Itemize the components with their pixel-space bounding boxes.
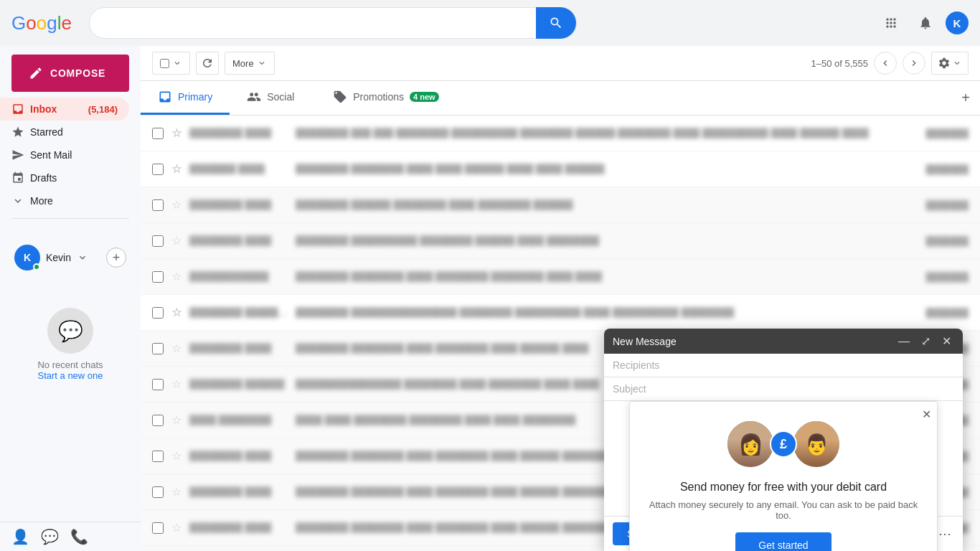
email-time: ███████ (925, 128, 969, 138)
sidebar-item-inbox[interactable]: Inbox (5,184) (0, 98, 129, 121)
email-checkbox[interactable] (152, 379, 164, 390)
sender-name: ████████ ██████ (189, 379, 290, 390)
sidebar-divider (11, 218, 129, 219)
sidebar-item-sent[interactable]: Sent Mail (0, 143, 129, 166)
select-all-checkbox[interactable] (160, 59, 169, 68)
star-button[interactable]: ☆ (169, 306, 184, 320)
expand-compose-button[interactable]: ⤢ (918, 334, 933, 348)
email-checkbox[interactable] (152, 235, 164, 247)
chat-placeholder: 💬 No recent chats Start a new one (0, 308, 141, 381)
sender-name: ████████ ████ (189, 522, 290, 533)
social-tab-label: Social (267, 91, 294, 103)
star-button[interactable]: ☆ (169, 485, 184, 499)
email-row[interactable]: ☆ ███████ ████ ████████ ████████ ████ ██… (141, 151, 980, 187)
email-row[interactable]: ☆ ████████ ████ ████████ ██████████ ████… (141, 223, 980, 259)
start-new-chat-link[interactable]: Start a new one (37, 370, 103, 381)
header: Google K (0, 0, 980, 46)
sender-name: ███████ ████ (189, 164, 290, 174)
user-row[interactable]: K Kevin + (11, 242, 129, 273)
email-preview: ████████ ███ ███ ████████ ██████████ ███… (296, 128, 920, 138)
close-money-popup-button[interactable]: ✕ (922, 408, 931, 421)
user-avatar-sidebar: K (14, 245, 40, 270)
compose-subject-field[interactable]: Subject (604, 377, 963, 401)
no-chats-text: No recent chats (37, 359, 103, 370)
money-transfer-popup: ✕ 👩 £ 👨 Send money for free with your de… (629, 401, 938, 551)
phone-icon[interactable]: 📞 (70, 528, 88, 545)
sidebar-item-drafts[interactable]: Drafts (0, 166, 129, 189)
tab-social[interactable]: Social (230, 81, 316, 115)
email-row[interactable]: ☆ ████████ ████ ████████ ██████ ████████… (141, 187, 980, 223)
sidebar: COMPOSE Inbox (5,184) Starred Sent (0, 46, 141, 551)
star-button[interactable]: ☆ (169, 270, 184, 284)
notifications-button[interactable] (911, 9, 940, 37)
star-button[interactable]: ☆ (169, 162, 184, 176)
sidebar-nav: Inbox (5,184) Starred Sent Mail Drafts (0, 98, 141, 212)
chat-icon[interactable]: 💬 (41, 528, 59, 545)
email-time: ███████ (925, 272, 969, 282)
next-page-button[interactable] (903, 52, 925, 75)
sidebar-user-section: K Kevin + (0, 230, 141, 285)
email-checkbox[interactable] (152, 522, 164, 534)
star-button[interactable]: ☆ (169, 377, 184, 392)
star-button[interactable]: ☆ (169, 126, 184, 141)
more-button[interactable]: More (225, 52, 275, 75)
tab-primary[interactable]: Primary (141, 81, 230, 115)
popup-subtitle: Attach money securely to any email. You … (647, 499, 920, 521)
avatar-woman: 👩 (725, 419, 776, 469)
chevron-down-icon (77, 252, 88, 263)
sender-name: ████████ ████ (189, 451, 290, 461)
add-user-button[interactable]: + (106, 248, 126, 268)
compose-button[interactable]: COMPOSE (11, 55, 129, 92)
star-button[interactable]: ☆ (169, 198, 184, 212)
email-checkbox[interactable] (152, 271, 164, 283)
close-compose-button[interactable]: ✕ (939, 334, 954, 348)
prev-page-button[interactable] (874, 52, 897, 75)
compose-body[interactable]: ✕ 👩 £ 👨 Send money for free with your de… (604, 401, 963, 516)
search-button[interactable] (536, 7, 576, 39)
settings-button[interactable] (931, 52, 969, 75)
search-input[interactable] (98, 17, 536, 29)
promotions-tab-label: Promotions (353, 91, 404, 103)
compose-header-actions: — ⤢ ✕ (895, 334, 954, 348)
star-button[interactable]: ☆ (169, 342, 184, 356)
email-row[interactable]: ☆ ████████ ████ ████████ ███ ███ ███████… (141, 116, 980, 151)
email-checkbox[interactable] (152, 199, 164, 211)
pagination-text: 1–50 of 5,555 (811, 58, 868, 69)
email-preview: ████████ ████████ ████ ████████ ████████… (296, 271, 920, 282)
email-row[interactable]: ☆ ████████ ████████ ████████ ███████████… (141, 295, 980, 331)
email-checkbox[interactable] (152, 128, 164, 139)
get-started-button[interactable]: Get started (735, 532, 831, 551)
star-button[interactable]: ☆ (169, 521, 184, 535)
select-button[interactable] (152, 52, 190, 75)
minimize-compose-button[interactable]: — (895, 334, 913, 348)
sidebar-item-starred[interactable]: Starred (0, 121, 129, 143)
promotions-badge: 4 new (410, 92, 439, 102)
sidebar-item-more[interactable]: More (0, 189, 129, 212)
tab-promotions[interactable]: Promotions 4 new (316, 81, 456, 115)
email-checkbox[interactable] (152, 164, 164, 175)
add-tab-button[interactable]: + (951, 81, 980, 115)
primary-tab-label: Primary (178, 91, 212, 103)
email-checkbox[interactable] (152, 451, 164, 462)
star-button[interactable]: ☆ (169, 234, 184, 248)
person-icon[interactable]: 👤 (11, 528, 29, 545)
email-checkbox[interactable] (152, 415, 164, 426)
more-options-icon[interactable]: ⋯ (936, 523, 954, 545)
popup-title: Send money for free with your debit card (647, 481, 920, 494)
user-name: Kevin (46, 252, 71, 263)
compose-recipients-field[interactable]: Recipients (604, 354, 963, 377)
star-button[interactable]: ☆ (169, 413, 184, 428)
email-time: ███████ (925, 236, 969, 246)
email-row[interactable]: ☆ ████████████ ████████ ████████ ████ ██… (141, 259, 980, 295)
user-avatar[interactable]: K (946, 11, 969, 34)
inbox-tab-icon (158, 90, 172, 104)
email-checkbox[interactable] (152, 486, 164, 498)
refresh-button[interactable] (196, 52, 219, 75)
apps-button[interactable] (877, 9, 905, 37)
email-preview: ████████ ████████████████ ████████ █████… (296, 307, 920, 318)
email-checkbox[interactable] (152, 343, 164, 354)
sender-name: ████ ████████ (189, 415, 290, 425)
star-button[interactable]: ☆ (169, 449, 184, 463)
email-checkbox[interactable] (152, 307, 164, 319)
compose-header[interactable]: New Message — ⤢ ✕ (604, 329, 963, 354)
